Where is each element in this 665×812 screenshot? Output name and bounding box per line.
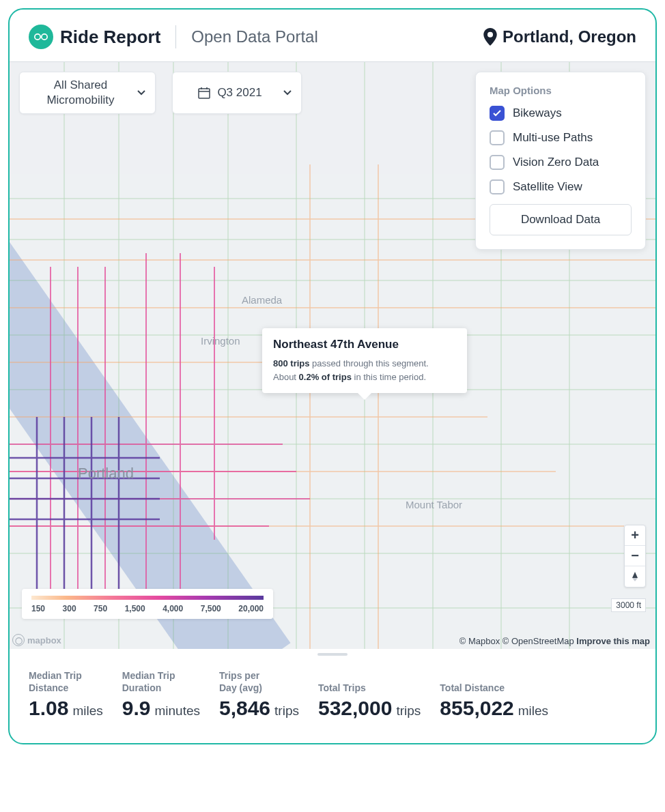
mobility-filter-dropdown[interactable]: All Shared Micromobility [19,72,156,114]
legend-gradient [31,596,264,600]
improve-map-link[interactable]: Improve this map [576,636,650,646]
stat-median-trip-duration: Median TripDuration9.9minutes [122,669,200,720]
map-option-bikeways[interactable]: Bikeways [490,106,632,121]
location-text: Portland, Oregon [503,27,636,46]
legend-tick: 4,000 [162,604,183,613]
mobility-filter-line2: Micromobility [46,93,114,108]
drag-handle[interactable] [317,653,348,656]
legend-ticks: 1503007501,5004,0007,50020,000 [31,604,264,613]
stat-label: Median TripDistance [29,669,103,694]
svg-rect-47 [199,89,210,98]
map-options-title: Map Options [490,85,632,96]
attrib-osm[interactable]: © OpenStreetMap [503,636,574,646]
stat-value: 1.08 [29,697,68,720]
stat-median-trip-distance: Median TripDistance1.08miles [29,669,103,720]
map-option-multi-use-paths[interactable]: Multi-use Paths [490,130,632,145]
calendar-icon [198,87,210,99]
divider [175,25,176,48]
chevron-down-icon [137,90,145,96]
legend-tick: 7,500 [201,604,221,613]
stat-unit: trips [274,704,299,719]
checkbox[interactable] [490,130,505,145]
tooltip-body: 800 trips passed through this segment. A… [273,357,456,383]
mobility-filter-line1: All Shared [54,78,107,93]
compass-icon [631,572,639,581]
map-option-satellite-view[interactable]: Satellite View [490,179,632,194]
stat-value: 532,000 [318,697,392,720]
scale-bar: 3000 ft [611,598,646,612]
map[interactable]: Alameda Irvington Portland Mount Tabor A… [10,62,655,649]
period-filter-label: Q3 2021 [217,86,261,100]
zoom-in-button[interactable]: + [625,525,645,546]
zoom-out-button[interactable]: − [625,546,645,566]
mapbox-logo: ◯mapbox [12,634,61,646]
stat-unit: miles [72,704,102,719]
stat-trips-per-day-avg-: Trips perDay (avg)5,846trips [219,669,299,720]
stat-value: 5,846 [219,697,270,720]
legend-tick: 300 [63,604,76,613]
tooltip-title: Northeast 47th Avenue [273,338,456,351]
stat-value: 855,022 [440,697,513,720]
stat-total-distance: Total Distance855,022miles [440,682,548,720]
checkbox[interactable] [490,155,505,170]
map-legend: 1503007501,5004,0007,50020,000 [22,589,273,619]
stat-unit: miles [518,704,548,719]
legend-tick: 750 [94,604,107,613]
stats-bar: Median TripDistance1.08milesMedian TripD… [10,649,655,743]
checkbox[interactable] [490,179,505,194]
location-selector[interactable]: Portland, Oregon [483,27,636,46]
map-attribution: © Mapbox © OpenStreetMap Improve this ma… [459,636,650,646]
map-options-panel: Map Options BikewaysMulti-use PathsVisio… [475,72,646,250]
attrib-mapbox[interactable]: © Mapbox [459,636,500,646]
option-label: Multi-use Paths [513,131,593,145]
header: Ride Report Open Data Portal Portland, O… [10,10,655,62]
segment-tooltip: Northeast 47th Avenue 800 trips passed t… [262,328,467,393]
legend-tick: 20,000 [238,604,264,613]
legend-tick: 1,500 [125,604,145,613]
map-controls: All Shared Micromobility Q3 2021 [19,72,302,114]
stat-unit: trips [396,704,421,719]
stat-value: 9.9 [122,697,151,720]
stat-total-trips: Total Trips532,000trips [318,682,421,720]
stat-label: Total Distance [440,682,548,694]
option-label: Vision Zero Data [513,156,599,169]
download-data-button[interactable]: Download Data [490,204,632,235]
logo-icon [29,25,53,49]
portal-title: Open Data Portal [191,27,317,46]
svg-point-1 [42,34,47,40]
stat-label: Trips perDay (avg) [219,669,299,694]
map-option-vision-zero-data[interactable]: Vision Zero Data [490,155,632,170]
checkbox[interactable] [490,106,505,121]
legend-tick: 150 [31,604,45,613]
zoom-control: + − [624,525,646,588]
stat-label: Total Trips [318,682,421,694]
pin-icon [483,28,497,46]
compass-button[interactable] [625,566,645,587]
stat-unit: minutes [154,704,200,719]
svg-point-0 [35,34,40,40]
chevron-down-icon [283,90,292,96]
app-title: Ride Report [60,27,160,48]
option-label: Satellite View [513,180,582,194]
app-frame: Ride Report Open Data Portal Portland, O… [8,8,657,744]
option-label: Bikeways [513,106,562,120]
stat-label: Median TripDuration [122,669,200,694]
period-filter-dropdown[interactable]: Q3 2021 [172,72,302,114]
